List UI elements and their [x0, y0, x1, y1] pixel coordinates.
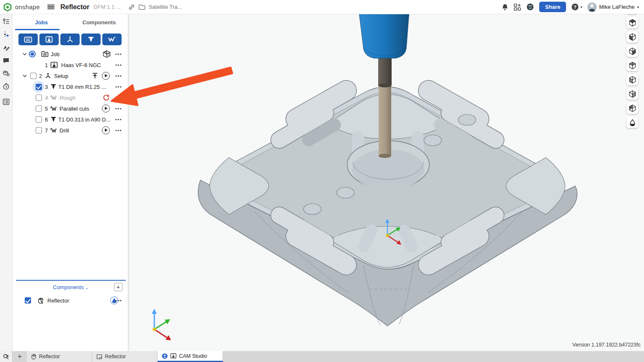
setup-checkbox[interactable] — [30, 73, 36, 79]
add-operation-button[interactable] — [102, 34, 122, 45]
op3-menu-dots[interactable]: ••• — [115, 84, 122, 89]
app-store-icon[interactable] — [514, 3, 521, 11]
simulate-setup-button[interactable] — [102, 72, 110, 80]
tree-row-machine[interactable]: 1 Haas VF-6 NGC ••• — [13, 59, 128, 70]
view-cube-7-button[interactable] — [626, 102, 638, 114]
tab-jobs[interactable]: Jobs — [13, 14, 70, 30]
graphics-viewport[interactable]: Version 1.197.1922.b47223fc — [128, 14, 644, 351]
component-menu-dots[interactable]: ••• — [115, 298, 122, 303]
tree-row-op7[interactable]: 7 Drill ••• — [13, 125, 128, 136]
insert-point-icon[interactable] — [3, 31, 10, 38]
tab-components[interactable]: Components — [70, 14, 128, 30]
row-number: 5 — [45, 106, 48, 112]
view-cube-1-button[interactable] — [626, 17, 638, 28]
op4-checkbox[interactable] — [36, 95, 42, 101]
main-menu-icon[interactable] — [47, 5, 55, 10]
onshape-logo-icon[interactable] — [3, 3, 12, 11]
view-cube-6-button[interactable] — [626, 88, 638, 100]
tree-row-op6[interactable]: 6 T1 D0.313 in A90 D... ••• — [13, 114, 128, 125]
machine-label: Haas VF-6 NGC — [61, 62, 101, 68]
tool-icon — [51, 116, 56, 123]
op5-checkbox[interactable] — [36, 106, 42, 112]
retract-icon[interactable] — [92, 72, 98, 79]
add-component-button[interactable]: + — [114, 283, 122, 291]
bom-table-icon[interactable] — [3, 98, 10, 106]
simulate-op7-button[interactable] — [102, 127, 110, 134]
tree-row-op4[interactable]: 4 Rough — [13, 92, 128, 103]
row-number: 2 — [39, 73, 42, 79]
op5-menu-dots[interactable]: ••• — [115, 106, 122, 111]
op6-menu-dots[interactable]: ••• — [115, 117, 122, 122]
op6-checkbox[interactable] — [36, 116, 42, 123]
user-caret-icon: ▾ — [637, 5, 639, 9]
export-cube-icon[interactable] — [3, 70, 10, 77]
job-toolbar — [13, 30, 128, 48]
view-triad — [152, 309, 171, 340]
feature-list-icon[interactable] — [3, 18, 10, 25]
appearance-edit-icon[interactable] — [3, 44, 10, 51]
machine-icon — [50, 62, 58, 68]
link-icon[interactable] — [128, 4, 135, 10]
project-name-label[interactable]: Satellite Tra... — [149, 4, 182, 10]
row-number: 6 — [45, 116, 48, 123]
add-tab-button[interactable]: + — [13, 351, 27, 362]
help-menu[interactable]: ? ▾ — [571, 3, 582, 11]
new-job-button[interactable] — [18, 34, 38, 45]
community-icon[interactable] — [526, 3, 534, 11]
component-row-reflector[interactable]: Reflector ••• — [13, 294, 128, 307]
sync-status-icon — [162, 353, 168, 359]
jobs-panel: Jobs Components — [13, 14, 128, 351]
component-checkbox[interactable] — [25, 297, 31, 304]
setup-icon — [44, 72, 52, 79]
tool-icon — [51, 84, 56, 90]
collapse-chevron-icon[interactable] — [23, 75, 27, 77]
tree-row-setup[interactable]: 2 Setup ••• — [13, 70, 128, 81]
document-title: Reflector — [60, 3, 89, 11]
tool-shank — [378, 54, 392, 85]
op3-checkbox[interactable] — [36, 84, 42, 90]
jobs-tree: Job ••• 1 Haas VF-6 NGC ••• — [13, 49, 128, 136]
part-icon — [37, 297, 44, 304]
add-machine-button[interactable] — [39, 34, 59, 45]
notifications-bell-icon[interactable] — [501, 3, 509, 11]
collapse-chevron-icon[interactable] — [23, 53, 27, 55]
machine-menu-dots[interactable]: ••• — [115, 62, 122, 67]
op7-checkbox[interactable] — [36, 127, 42, 134]
tab-label: CAM Studio — [179, 353, 207, 359]
tab-drawing-reflector[interactable]: Reflector — [92, 351, 158, 362]
component-label: Reflector — [47, 297, 69, 304]
add-setup-button[interactable] — [60, 34, 80, 45]
op7-menu-dots[interactable]: ••• — [115, 128, 122, 133]
onshape-logo-text: onshape — [15, 3, 40, 10]
tab-search-icon[interactable] — [0, 351, 13, 362]
document-version-label[interactable]: DFM 1.1 ... — [93, 4, 120, 10]
row-number: 3 — [45, 84, 48, 90]
job-menu-dots[interactable]: ••• — [115, 52, 122, 57]
view-cube-4-button[interactable] — [626, 59, 638, 71]
setup-menu-dots[interactable]: ••• — [115, 73, 122, 78]
tree-row-job[interactable]: Job ••• — [13, 49, 128, 59]
panel-tabs: Jobs Components — [13, 14, 128, 30]
user-menu[interactable]: Mike LaFleche ▾ — [587, 3, 639, 12]
toolpath-icon — [50, 95, 57, 101]
drawing-icon — [96, 354, 102, 359]
tab-cam-studio[interactable]: CAM Studio — [158, 351, 223, 362]
shaded-view-button[interactable] — [626, 116, 638, 128]
share-button[interactable]: Share — [539, 2, 566, 12]
tree-row-op5[interactable]: 5 Parallel cuts ••• — [13, 103, 128, 114]
comment-icon[interactable] — [3, 57, 10, 64]
view-cube-3-button[interactable] — [626, 45, 638, 57]
add-tool-button[interactable] — [81, 34, 101, 45]
simulate-op5-button[interactable] — [102, 105, 110, 113]
view-cube-2-button[interactable] — [626, 31, 638, 43]
history-clock-icon[interactable] — [3, 83, 10, 90]
components-header-toggle[interactable]: Components ⌄ — [53, 284, 89, 290]
stock-cube-icon[interactable] — [102, 50, 111, 58]
tree-row-op3[interactable]: 3 T1 D8 mm R1.25 m... ••• — [13, 81, 128, 92]
job-radio-button[interactable] — [29, 51, 36, 57]
op7-label: Drill — [60, 127, 69, 134]
view-cube-5-button[interactable] — [626, 74, 638, 85]
tab-part-studio-reflector[interactable]: Reflector — [27, 351, 92, 362]
regenerating-icon[interactable] — [103, 94, 110, 101]
view-button-column — [626, 3, 638, 128]
